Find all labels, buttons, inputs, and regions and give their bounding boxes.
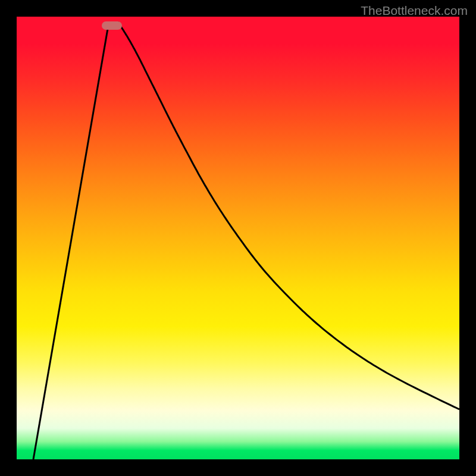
right-curve-path (118, 22, 459, 409)
left-line-path (33, 22, 109, 459)
plot-area (17, 17, 459, 459)
watermark-text: TheBottleneck.com (361, 4, 468, 18)
marker-pill (102, 21, 122, 30)
curve-svg (17, 17, 459, 459)
chart-frame: TheBottleneck.com (0, 0, 476, 476)
